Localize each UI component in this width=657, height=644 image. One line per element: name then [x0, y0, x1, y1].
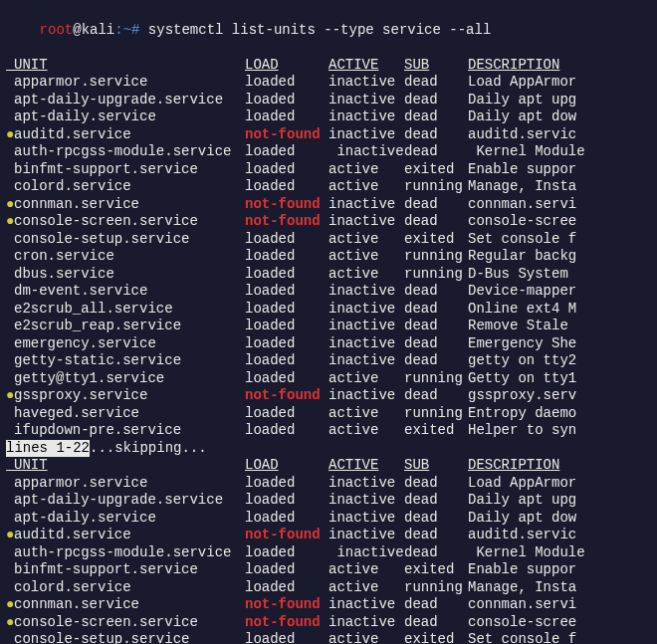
sub-status: dead	[404, 614, 468, 632]
load-status: loaded	[245, 335, 328, 353]
status-bullet-icon: ●	[6, 196, 14, 214]
header-sub: SUB	[404, 457, 468, 475]
header-active: ACTIVE	[328, 457, 404, 475]
unit-name: apt-daily.service	[14, 510, 245, 528]
description: Kernel Module	[468, 544, 651, 562]
sub-status: dead	[404, 352, 468, 370]
sub-status: exited	[404, 422, 468, 440]
status-bullet-icon: ●	[6, 126, 14, 144]
active-status: active	[328, 422, 404, 440]
table-row: ●auditd.servicenot-foundinactivedeadaudi…	[6, 527, 651, 544]
status-bullet-icon	[6, 492, 14, 510]
service-list-2: apparmor.serviceloadedinactivedeadLoad A…	[6, 475, 651, 645]
sub-status: exited	[404, 161, 468, 179]
active-status: active	[328, 631, 404, 644]
sub-status: dead	[404, 143, 468, 161]
load-status: loaded	[245, 108, 328, 126]
active-status: inactive	[328, 492, 404, 510]
prompt-at: @	[73, 22, 81, 38]
load-status: not-found	[245, 527, 328, 544]
table-row: ifupdown-pre.serviceloadedactiveexitedHe…	[6, 422, 651, 440]
sub-status: dead	[404, 318, 468, 335]
unit-name: e2scrub_all.service	[14, 301, 245, 319]
unit-name: apparmor.service	[14, 74, 245, 92]
active-status: inactive	[328, 143, 404, 161]
status-bullet-icon	[6, 631, 14, 644]
table-row: ●console-screen.servicenot-foundinactive…	[6, 213, 651, 231]
description: Device-mapper	[468, 283, 651, 301]
table-row: ●console-screen.servicenot-foundinactive…	[6, 614, 651, 632]
sub-status: dead	[404, 510, 468, 528]
load-status: loaded	[245, 178, 328, 196]
sub-status: running	[404, 405, 468, 423]
active-status: active	[328, 178, 404, 196]
unit-name: getty@tty1.service	[14, 370, 245, 388]
description: Manage, Insta	[468, 178, 651, 196]
description: Daily apt dow	[468, 510, 651, 528]
table-row: binfmt-support.serviceloadedactiveexited…	[6, 161, 651, 179]
description: gssproxy.serv	[468, 387, 651, 405]
load-status: not-found	[245, 596, 328, 614]
unit-name: emergency.service	[14, 335, 245, 353]
status-bullet-icon	[6, 335, 14, 353]
load-status: loaded	[245, 475, 328, 493]
active-status: inactive	[328, 92, 404, 109]
status-bullet-icon	[6, 405, 14, 423]
status-bullet-icon	[6, 318, 14, 335]
unit-name: colord.service	[14, 579, 245, 597]
sub-status: running	[404, 579, 468, 597]
active-status: inactive	[328, 527, 404, 544]
status-bullet-icon	[6, 510, 14, 528]
table-row: dbus.serviceloadedactiverunningD-Bus Sys…	[6, 266, 651, 284]
unit-name: gssproxy.service	[14, 387, 245, 405]
header-unit: UNIT	[14, 457, 245, 475]
active-status: inactive	[328, 544, 404, 562]
status-bullet-icon: ●	[6, 213, 14, 231]
status-bullet-icon	[6, 161, 14, 179]
load-status: loaded	[245, 231, 328, 249]
description: Getty on tty1	[468, 370, 651, 388]
sub-status: dead	[404, 108, 468, 126]
table-row: apparmor.serviceloadedinactivedeadLoad A…	[6, 74, 651, 92]
prompt-host: kali	[82, 22, 115, 38]
active-status: inactive	[328, 126, 404, 144]
description: connman.servi	[468, 196, 651, 214]
load-status: loaded	[245, 248, 328, 266]
description: Remove Stale	[468, 318, 651, 335]
description: D-Bus System	[468, 266, 651, 284]
pager-rest: ...skipping...	[90, 440, 207, 458]
status-bullet-icon	[6, 561, 14, 579]
sub-status: running	[404, 178, 468, 196]
description: auditd.servic	[468, 126, 651, 144]
status-bullet-icon	[6, 74, 14, 92]
header-load: LOAD	[245, 457, 328, 475]
table-row: ●gssproxy.servicenot-foundinactivedeadgs…	[6, 387, 651, 405]
pager-highlight: lines 1-22	[6, 440, 90, 458]
description: Daily apt upg	[468, 92, 651, 109]
unit-name: dbus.service	[14, 266, 245, 284]
load-status: loaded	[245, 544, 328, 562]
status-bullet-icon	[6, 301, 14, 319]
table-row: apt-daily-upgrade.serviceloadedinactived…	[6, 92, 651, 109]
terminal[interactable]: root@kali:~# systemctl list-units --type…	[0, 0, 657, 644]
load-status: loaded	[245, 510, 328, 528]
active-status: inactive	[328, 318, 404, 335]
unit-name: auth-rpcgss-module.service	[14, 143, 245, 161]
load-status: not-found	[245, 614, 328, 632]
sub-status: dead	[404, 492, 468, 510]
load-status: not-found	[245, 213, 328, 231]
sub-status: dead	[404, 213, 468, 231]
load-status: loaded	[245, 579, 328, 597]
active-status: inactive	[328, 196, 404, 214]
load-status: loaded	[245, 74, 328, 92]
sub-status: dead	[404, 335, 468, 353]
active-status: active	[328, 266, 404, 284]
unit-name: e2scrub_reap.service	[14, 318, 245, 335]
description: Set console f	[468, 231, 651, 249]
status-bullet-icon: ●	[6, 387, 14, 405]
load-status: not-found	[245, 126, 328, 144]
unit-name: apparmor.service	[14, 475, 245, 493]
unit-name: binfmt-support.service	[14, 161, 245, 179]
status-bullet-icon	[6, 108, 14, 126]
active-status: active	[328, 248, 404, 266]
